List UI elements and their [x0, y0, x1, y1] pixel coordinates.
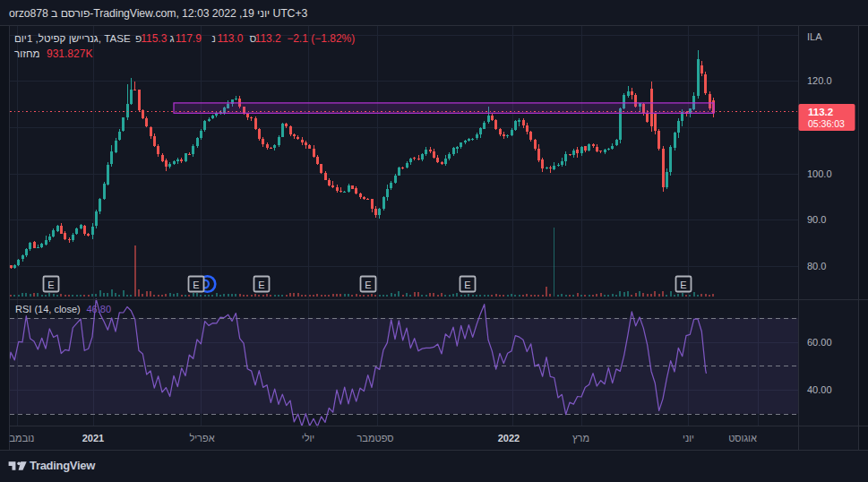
svg-text:120.0: 120.0: [807, 75, 832, 86]
svg-text:אוגוסט: אוגוסט: [728, 433, 757, 443]
svg-text:E: E: [193, 280, 199, 290]
svg-text:מרץ: מרץ: [572, 433, 589, 443]
svg-text:ג: ג: [170, 32, 175, 45]
svg-text:E: E: [258, 280, 264, 290]
svg-text:113.2: 113.2: [808, 107, 833, 117]
svg-text:117.9: 117.9: [176, 32, 202, 45]
svg-text:−2.1 (−1.82%): −2.1 (−1.82%): [287, 32, 355, 45]
svg-text:יולי: יולי: [302, 433, 314, 443]
svg-text:E: E: [464, 280, 470, 290]
svg-text:100.0: 100.0: [807, 168, 832, 179]
svg-text:גנריישן קפיטל, 1יום, TASE: גנריישן קפיטל, 1יום, TASE: [14, 32, 131, 44]
svg-text:נובמב: נובמב: [10, 433, 35, 443]
svg-text:E: E: [47, 280, 54, 290]
svg-text:TradingView: TradingView: [30, 459, 96, 472]
svg-text:931.827K: 931.827K: [47, 47, 92, 60]
svg-text:orzo878 פורסם ב-TradingView.co: orzo878 פורסם ב-TradingView.com, ‫יוני 1…: [9, 7, 307, 20]
svg-text:40.00: 40.00: [807, 384, 832, 395]
svg-text:2021: 2021: [82, 433, 104, 443]
svg-text:נ: נ: [211, 32, 216, 45]
svg-text:115.3: 115.3: [141, 32, 167, 45]
svg-text:אפריל: אפריל: [189, 433, 214, 443]
svg-text:2022: 2022: [498, 433, 520, 443]
svg-text:60.00: 60.00: [807, 337, 832, 348]
svg-text:RSI (14, close): RSI (14, close): [15, 304, 81, 314]
svg-text:E: E: [680, 280, 686, 290]
svg-text:113.2: 113.2: [255, 32, 281, 45]
svg-text:80.0: 80.0: [807, 261, 826, 271]
svg-text:113.0: 113.0: [217, 32, 243, 45]
svg-text:90.0: 90.0: [807, 214, 826, 225]
svg-text:05:36:03: 05:36:03: [808, 118, 845, 129]
svg-text:46.80: 46.80: [87, 304, 112, 314]
svg-text:יוני: יוני: [683, 433, 694, 443]
svg-text:E: E: [365, 280, 371, 290]
svg-text:מחזור: מחזור: [14, 47, 40, 59]
svg-text:ILA: ILA: [807, 31, 822, 42]
svg-text:ספטמבר: ספטמבר: [357, 433, 393, 443]
